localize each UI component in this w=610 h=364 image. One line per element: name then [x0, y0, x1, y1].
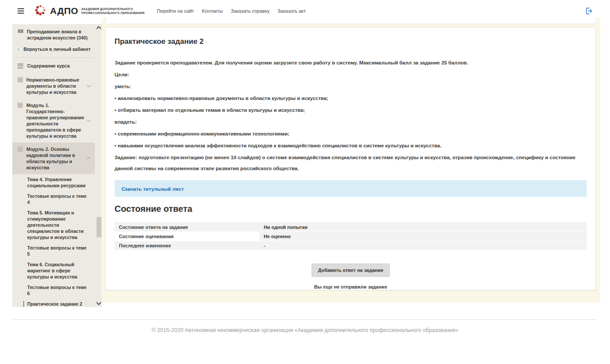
- brand-tagline: АКАДЕМИЯ ДОПОЛНИТЕЛЬНОГО ПРОФЕССИОНАЛЬНО…: [81, 7, 144, 15]
- sidebar-course-title[interactable]: Преподавание вокала в эстрадном искусств…: [12, 24, 95, 43]
- sidebar-item-test-topic-4[interactable]: Тестовые вопросы к теме 4: [12, 191, 95, 207]
- nav-link-order-certificate[interactable]: Заказать справку: [231, 8, 270, 14]
- sidebar-divider: [12, 57, 95, 58]
- download-title-page-link[interactable]: Скачать титульный лист: [122, 186, 184, 192]
- footer-divider: [13, 319, 597, 320]
- sidebar-item-topic-5[interactable]: Тема 5. Мотивация и стимулирование деяте…: [12, 207, 95, 243]
- top-navigation: Перейти на сайт Контакты Заказать справк…: [157, 8, 305, 14]
- list-icon: [18, 64, 23, 69]
- hamburger-menu-icon[interactable]: [17, 6, 25, 17]
- chevron-up-icon: [87, 157, 90, 161]
- add-submission-button[interactable]: Добавить ответ на задание: [312, 264, 389, 277]
- button-container: Добавить ответ на задание: [115, 264, 587, 277]
- skills-label: уметь:: [115, 81, 587, 93]
- status-row-value: Не оценено: [259, 232, 587, 241]
- sidebar-item-practical-task-2[interactable]: Практическое задание 2: [12, 299, 95, 307]
- sidebar-item-topic-4[interactable]: Тема 4. Управление социальными ресурсами: [12, 174, 95, 191]
- book-icon: [18, 29, 23, 41]
- not-submitted-note: Вы еще не отправили задание: [115, 284, 587, 289]
- page-title: Практическое задание 2: [115, 37, 587, 46]
- submission-status-heading: Состояние ответа: [115, 204, 587, 214]
- sidebar-module-2[interactable]: Модуль 2. Основы кадровой политики в обл…: [12, 143, 95, 174]
- goals-label: Цели:: [115, 69, 587, 81]
- chevron-left-icon: ‹: [18, 46, 19, 52]
- main-content-area: Практическое задание 2 Задание проверяет…: [102, 18, 600, 303]
- module-icon: [18, 146, 23, 152]
- nav-link-site[interactable]: Перейти на сайт: [157, 8, 194, 14]
- table-row: Последнее изменение -: [115, 241, 587, 250]
- status-row-label: Состояние ответа на задание: [115, 223, 259, 232]
- scroll-down-icon[interactable]: [96, 300, 101, 305]
- nav-link-contacts[interactable]: Контакты: [202, 8, 223, 14]
- sidebar-item-test-topic-5[interactable]: Тестовые вопросы к теме 5: [12, 243, 95, 259]
- bullet-item: • анализировать нормативно-правовые доку…: [115, 93, 587, 105]
- brand-name: АДПО: [50, 6, 78, 16]
- task-description: Задание: подготовьте презентацию (не мен…: [115, 152, 587, 174]
- submission-status-table: Состояние ответа на задание Ни одной поп…: [115, 222, 587, 250]
- bullet-item: • отбирать материал по отдельным темам в…: [115, 105, 587, 117]
- scrolled-card-remnant: [105, 18, 596, 24]
- status-row-label: Последнее изменение: [115, 241, 259, 250]
- table-row: Состояние оценивания Не оценено: [115, 232, 587, 241]
- sidebar-module-normative-docs[interactable]: Нормативно-правовые документы в области …: [12, 73, 95, 99]
- footer-copyright: © 2015-2020 Автономная некоммерческая ор…: [0, 327, 610, 333]
- nav-link-order-act[interactable]: Заказать акт: [277, 8, 306, 14]
- assignment-description: Задание проверяется преподавателем. Для …: [115, 57, 587, 69]
- module-icon: [18, 77, 23, 82]
- download-info-box: Скачать титульный лист: [115, 180, 587, 197]
- assignment-card: Практическое задание 2 Задание проверяет…: [105, 27, 596, 290]
- sidebar-back-to-cabinet[interactable]: ‹ Вернуться в личный кабинет: [12, 43, 95, 57]
- sidebar-module-1[interactable]: Модуль 1. Государственно-правовое регули…: [12, 99, 95, 143]
- scrollbar-thumb[interactable]: [97, 217, 101, 237]
- sidebar-item-topic-6[interactable]: Тема 6. Социальный маркетинг в сфере кул…: [12, 259, 95, 282]
- possess-label: владеть:: [115, 117, 587, 128]
- status-row-value: -: [259, 241, 587, 250]
- logout-icon[interactable]: [585, 7, 593, 17]
- sidebar-scrollbar[interactable]: [95, 24, 102, 307]
- chevron-down-icon: [87, 118, 90, 122]
- module-icon: [18, 103, 23, 108]
- scroll-up-icon[interactable]: [96, 26, 101, 31]
- bullet-item: • современными информационно-коммуникати…: [115, 128, 587, 140]
- chevron-down-icon: [87, 84, 90, 87]
- sidebar-item-test-topic-6[interactable]: Тестовые вопросы к теме 6: [12, 282, 95, 299]
- course-sidebar: Преподавание вокала в эстрадном искусств…: [12, 24, 102, 307]
- status-row-value: Ни одной попытки: [259, 223, 587, 232]
- adpo-logo[interactable]: АДПО АКАДЕМИЯ ДОПОЛНИТЕЛЬНОГО ПРОФЕССИОН…: [34, 4, 144, 18]
- table-row: Состояние ответа на задание Ни одной поп…: [115, 223, 587, 232]
- adpo-logo-icon: [34, 4, 47, 18]
- status-row-label: Состояние оценивания: [115, 232, 259, 241]
- sidebar-item-course-contents[interactable]: Содержание курса: [12, 59, 95, 73]
- bullet-item: • навыками осуществления анализа эффекти…: [115, 140, 587, 152]
